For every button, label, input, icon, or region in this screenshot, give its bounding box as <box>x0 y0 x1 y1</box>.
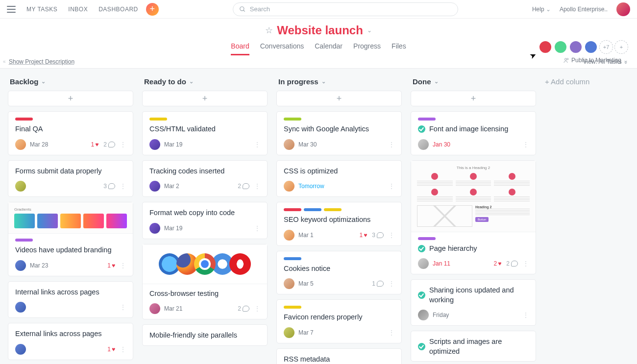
task-card[interactable]: CSS is optimizedTomorrow⋮ <box>276 160 402 197</box>
card-menu-icon[interactable]: ⋮ <box>523 312 529 318</box>
assignee-avatar[interactable] <box>284 139 294 150</box>
add-card-button[interactable]: + <box>411 91 536 106</box>
column-header[interactable]: In progress ⌄ <box>276 75 402 91</box>
task-card[interactable]: CSS/HTML validatedMar 19⋮ <box>142 111 268 155</box>
task-card[interactable]: Tracking codes insertedMar 22⋮ <box>142 160 268 197</box>
assignee-avatar[interactable] <box>284 327 294 338</box>
task-card[interactable]: Forms submit data properly3⋮ <box>8 160 133 197</box>
add-column-button[interactable]: + Add column <box>545 75 589 86</box>
assignee-avatar[interactable] <box>418 139 429 150</box>
assignee-avatar[interactable] <box>149 139 160 150</box>
assignee-avatar[interactable] <box>149 181 160 192</box>
show-description-link[interactable]: Show Project Description <box>9 58 74 65</box>
assignee-avatar[interactable] <box>15 260 26 271</box>
task-card[interactable]: RSS metadataMar 16⋮ <box>276 348 402 364</box>
card-menu-icon[interactable]: ⋮ <box>389 280 394 287</box>
card-menu-icon[interactable]: ⋮ <box>120 304 126 311</box>
star-icon[interactable]: ☆ <box>265 25 273 36</box>
comment-count[interactable]: 2 <box>238 183 249 190</box>
add-card-button[interactable]: + <box>276 91 402 106</box>
project-title[interactable]: Website launch <box>277 24 363 37</box>
task-card[interactable]: GradientsVideos have updated brandingMar… <box>8 202 133 276</box>
tab-calendar[interactable]: Calendar <box>315 42 343 55</box>
card-menu-icon[interactable]: ⋮ <box>254 225 260 232</box>
task-card[interactable]: Internal links across pages⋮ <box>8 281 133 318</box>
member-avatar[interactable] <box>554 40 567 54</box>
card-menu-icon[interactable]: ⋮ <box>389 329 394 336</box>
add-card-button[interactable]: + <box>8 91 133 106</box>
assignee-avatar[interactable] <box>418 258 429 269</box>
card-menu-icon[interactable]: ⋮ <box>523 141 529 148</box>
assignee-avatar[interactable] <box>15 139 26 150</box>
assignee-avatar[interactable] <box>15 181 26 192</box>
card-menu-icon[interactable]: ⋮ <box>389 141 394 148</box>
task-card[interactable]: Sharing icons updated and workingFriday⋮ <box>411 279 536 326</box>
nav-inbox[interactable]: INBOX <box>68 6 88 13</box>
help-menu[interactable]: Help ⌄ <box>532 6 551 13</box>
assignee-avatar[interactable] <box>284 181 294 192</box>
card-menu-icon[interactable]: ⋮ <box>120 183 126 190</box>
assignee-avatar[interactable] <box>284 278 294 289</box>
member-overflow[interactable]: +7 <box>599 40 613 54</box>
nav-dashboard[interactable]: DASHBOARD <box>98 6 138 13</box>
column-header[interactable]: Ready to do ⌄ <box>142 75 268 91</box>
comment-count[interactable]: 2 <box>103 141 115 148</box>
card-menu-icon[interactable]: ⋮ <box>254 305 260 312</box>
like-count[interactable]: 1♥ <box>107 262 115 269</box>
task-card[interactable]: Sync with Google AnalyticsMar 30⋮ <box>276 111 402 155</box>
card-menu-icon[interactable]: ⋮ <box>120 262 126 269</box>
task-card[interactable]: SEO keyword optimizationsMar 11♥3⋮ <box>276 202 402 246</box>
search-input[interactable]: Search <box>233 2 458 16</box>
card-menu-icon[interactable]: ⋮ <box>120 346 126 353</box>
like-count[interactable]: 1♥ <box>107 346 115 353</box>
column-header[interactable]: Backlog ⌄ <box>8 75 133 91</box>
task-card[interactable]: External links across pages1♥⋮ <box>8 323 133 360</box>
like-count[interactable]: 1♥ <box>91 141 99 148</box>
card-menu-icon[interactable]: ⋮ <box>523 260 529 267</box>
task-card[interactable]: Cross-browser testingMar 212⋮ <box>142 244 268 320</box>
task-card[interactable]: Font and image licensingJan 30⋮ <box>411 111 536 155</box>
comment-count[interactable]: 1 <box>372 280 384 287</box>
tab-progress[interactable]: Progress <box>353 42 381 55</box>
task-card[interactable]: Favicon renders properlyMar 7⋮ <box>276 299 402 343</box>
task-card[interactable]: This is a Heading 2Heading 2ButtonPage h… <box>411 160 536 275</box>
workspace-name[interactable]: Apollo Enterprise.. <box>560 6 608 13</box>
comment-count[interactable]: 2 <box>506 260 518 267</box>
assignee-avatar[interactable] <box>15 344 26 355</box>
assignee-avatar[interactable] <box>15 302 26 313</box>
comment-count[interactable]: 2 <box>238 305 249 312</box>
comment-count[interactable]: 3 <box>103 183 115 190</box>
nav-my-tasks[interactable]: MY TASKS <box>26 6 57 13</box>
project-privacy[interactable]: Public to Marketing ⌄ <box>564 57 628 64</box>
card-menu-icon[interactable]: ⋮ <box>254 183 260 190</box>
collapse-handle-icon[interactable]: « <box>3 59 6 64</box>
user-avatar[interactable] <box>616 2 630 16</box>
comment-count[interactable]: 3 <box>372 232 384 239</box>
tab-board[interactable]: Board <box>231 42 249 55</box>
tab-files[interactable]: Files <box>392 42 406 55</box>
card-menu-icon[interactable]: ⋮ <box>254 141 260 148</box>
add-card-button[interactable]: + <box>142 91 268 106</box>
card-menu-icon[interactable]: ⋮ <box>389 232 394 239</box>
menu-icon[interactable] <box>7 6 16 13</box>
column-header[interactable]: Done ⌄ <box>411 75 536 91</box>
tab-conversations[interactable]: Conversations <box>260 42 304 55</box>
global-add-button[interactable]: + <box>146 3 159 16</box>
task-card[interactable]: Format web copy into codeMar 19⋮ <box>142 202 268 239</box>
assignee-avatar[interactable] <box>149 223 160 234</box>
task-card[interactable]: Cookies noticeMar 51⋮ <box>276 251 402 295</box>
like-count[interactable]: 2♥ <box>494 260 502 267</box>
member-avatar[interactable] <box>569 40 583 54</box>
task-card[interactable]: Final QAMar 281♥2⋮ <box>8 111 133 155</box>
member-avatar[interactable] <box>584 40 598 54</box>
card-menu-icon[interactable]: ⋮ <box>389 183 394 190</box>
project-menu-caret[interactable]: ⌄ <box>367 27 372 34</box>
member-avatar[interactable] <box>539 40 552 54</box>
card-menu-icon[interactable]: ⋮ <box>120 141 126 148</box>
assignee-avatar[interactable] <box>418 310 429 320</box>
member-avatars[interactable]: +7 + <box>539 40 628 54</box>
like-count[interactable]: 1♥ <box>360 232 368 239</box>
task-card[interactable]: Mobile-friendly site parallels <box>142 324 268 346</box>
add-member-button[interactable]: + <box>614 40 628 54</box>
task-card[interactable]: Scripts and images are optimized <box>411 331 536 362</box>
